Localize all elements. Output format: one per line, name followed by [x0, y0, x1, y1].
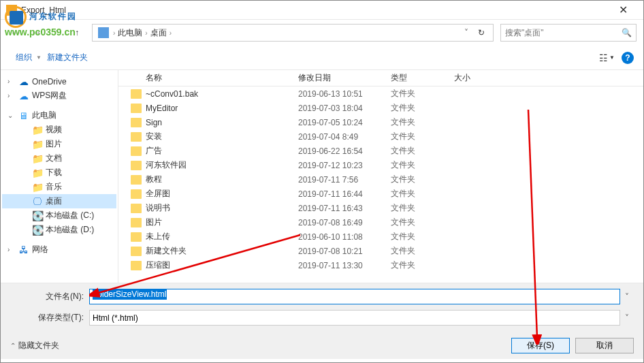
view-button[interactable]: ☷ ▼	[599, 52, 615, 63]
filename-row: 文件名(N): FolderSizeView.html ˅	[10, 289, 634, 304]
header-size[interactable]: 大小	[449, 70, 503, 86]
sidebar-tree[interactable]: ›☁OneDrive›☁WPS网盘⌄🖥此电脑📁视频📁图片📁文档📁下载📁音乐🖵桌面…	[1, 70, 118, 283]
file-row[interactable]: 广告2019-06-22 16:54文件夹	[118, 144, 643, 158]
folder-icon	[131, 218, 142, 227]
sidebar-label: WPS网盘	[32, 90, 67, 101]
folder-icon: 📁	[32, 139, 43, 150]
organize-button[interactable]: 组织	[10, 52, 37, 63]
header-date[interactable]: 修改日期	[293, 70, 385, 86]
window-title: Export_Html	[21, 5, 608, 15]
file-type: 文件夹	[385, 145, 449, 157]
file-date: 2019-07-08 16:49	[293, 218, 385, 227]
folder-icon: 📁	[32, 168, 43, 178]
file-name: 广告	[146, 145, 162, 157]
filename-input[interactable]: FolderSizeView.html	[89, 289, 620, 304]
sidebar-item-图片[interactable]: 📁图片	[2, 137, 116, 151]
file-name: 压缩图	[146, 259, 170, 271]
sidebar-item-文档[interactable]: 📁文档	[2, 151, 116, 165]
toolbar: 组织 ▼ 新建文件夹 ☷ ▼ ?	[1, 46, 643, 70]
recent-dropdown[interactable]: ˅	[48, 25, 65, 41]
help-button[interactable]: ?	[622, 52, 634, 64]
sidebar-label: 此电脑	[32, 110, 57, 121]
tree-arrow-icon: ›	[7, 246, 16, 253]
file-row[interactable]: 安装2019-07-04 8:49文件夹	[118, 129, 643, 144]
sidebar-item-网络[interactable]: ›🖧网络	[2, 242, 116, 257]
close-button[interactable]: ✕	[608, 1, 638, 19]
folder-icon	[131, 161, 142, 170]
file-list-body[interactable]: ~cConv01.bak2019-06-13 10:51文件夹MyEditor2…	[118, 86, 643, 283]
file-name: 安装	[146, 131, 162, 142]
footer-bottom: ⌃ 隐藏文件夹 保存(S) 取消	[10, 338, 634, 353]
filetype-select[interactable]: Html (*.html)	[89, 310, 620, 326]
sidebar-item-桌面[interactable]: 🖵桌面	[2, 194, 116, 208]
search-icon[interactable]: 🔍	[622, 28, 632, 37]
header-name[interactable]: 名称	[118, 70, 293, 86]
sidebar-label: 网络	[32, 244, 48, 255]
file-name: 说明书	[146, 202, 170, 214]
sidebar-item-WPS网盘[interactable]: ›☁WPS网盘	[2, 89, 116, 103]
filetype-dropdown[interactable]: ˅	[620, 313, 634, 323]
hide-folders-button[interactable]: ⌃ 隐藏文件夹	[10, 340, 59, 351]
file-row[interactable]: 全屏图2019-07-11 16:44文件夹	[118, 187, 643, 201]
sidebar-label: 本地磁盘 (D:)	[46, 224, 94, 236]
navigation-bar: ← → ˅ ↑ › 此电脑 › 桌面 › ˅ ↻ 🔍	[1, 20, 643, 46]
file-row[interactable]: ~cConv01.bak2019-06-13 10:51文件夹	[118, 86, 643, 101]
breadcrumb-desktop[interactable]: 桌面	[149, 27, 168, 39]
file-row[interactable]: 压缩图2019-07-11 13:30文件夹	[118, 258, 643, 272]
folder-icon: 📁	[32, 182, 43, 193]
folder-icon	[131, 89, 142, 99]
sidebar-label: 图片	[46, 138, 62, 150]
search-input[interactable]	[505, 28, 622, 37]
column-headers[interactable]: 名称 修改日期 类型 大小	[118, 70, 643, 86]
sidebar-item-本地磁盘 (C:)[interactable]: 💽本地磁盘 (C:)	[2, 208, 116, 223]
folder-icon	[131, 261, 142, 270]
file-type: 文件夹	[385, 217, 449, 228]
back-button[interactable]: ←	[7, 25, 24, 41]
disk-icon: 💽	[32, 225, 43, 236]
chevron-icon: ›	[145, 29, 147, 37]
cancel-button[interactable]: 取消	[575, 338, 634, 353]
sidebar-label: 视频	[46, 124, 62, 136]
sidebar-label: OneDrive	[32, 77, 67, 86]
file-type: 文件夹	[385, 245, 449, 257]
header-type[interactable]: 类型	[385, 70, 449, 86]
sidebar-item-视频[interactable]: 📁视频	[2, 123, 116, 137]
file-type: 文件夹	[385, 188, 449, 200]
file-date: 2019-07-05 10:24	[293, 118, 385, 127]
sidebar-label: 文档	[46, 153, 62, 164]
folder-icon	[131, 104, 142, 113]
tree-arrow-icon: ›	[7, 92, 16, 99]
file-type: 文件夹	[385, 116, 449, 128]
filename-label: 文件名(N):	[10, 291, 89, 302]
file-name: 河东软件园	[146, 159, 187, 171]
file-type: 文件夹	[385, 174, 449, 185]
filename-dropdown[interactable]: ˅	[620, 292, 634, 302]
sidebar-item-下载[interactable]: 📁下载	[2, 165, 116, 180]
sidebar-item-本地磁盘 (D:)[interactable]: 💽本地磁盘 (D:)	[2, 223, 116, 237]
refresh-button[interactable]: ↻	[472, 28, 490, 37]
breadcrumb-dropdown[interactable]: ˅	[460, 28, 472, 37]
sidebar-item-音乐[interactable]: 📁音乐	[2, 180, 116, 194]
search-box[interactable]: 🔍	[500, 24, 637, 42]
file-row[interactable]: 未上传2019-06-10 11:08文件夹	[118, 230, 643, 244]
chevron-icon: ›	[170, 29, 172, 37]
file-row[interactable]: 图片2019-07-08 16:49文件夹	[118, 215, 643, 230]
breadcrumb-bar[interactable]: › 此电脑 › 桌面 › ˅ ↻	[92, 24, 494, 42]
sidebar-item-此电脑[interactable]: ⌄🖥此电脑	[2, 108, 116, 123]
file-row[interactable]: 说明书2019-07-11 16:43文件夹	[118, 201, 643, 215]
breadcrumb-pc[interactable]: 此电脑	[116, 27, 144, 39]
new-folder-button[interactable]: 新建文件夹	[42, 52, 93, 63]
up-button[interactable]: ↑	[69, 25, 85, 41]
file-row[interactable]: 教程2019-07-11 7:56文件夹	[118, 172, 643, 187]
folder-icon	[131, 232, 142, 242]
file-name: 新建文件夹	[146, 245, 187, 257]
file-row[interactable]: MyEditor2019-07-03 18:04文件夹	[118, 101, 643, 115]
network-icon: 🖧	[18, 244, 29, 255]
save-button[interactable]: 保存(S)	[511, 338, 570, 353]
file-row[interactable]: 河东软件园2019-07-12 10:23文件夹	[118, 158, 643, 172]
chevron-icon: ›	[113, 29, 115, 37]
sidebar-item-OneDrive[interactable]: ›☁OneDrive	[2, 74, 116, 89]
file-row[interactable]: 新建文件夹2019-07-08 10:21文件夹	[118, 244, 643, 258]
folder-icon	[131, 146, 142, 156]
file-row[interactable]: Sign2019-07-05 10:24文件夹	[118, 115, 643, 129]
